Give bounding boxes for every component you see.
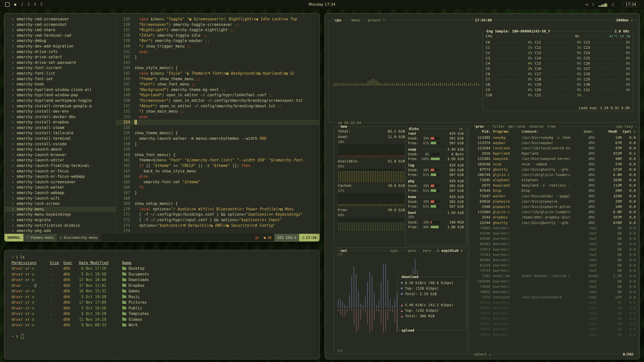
code-line[interactable]: 148 *Background*) omarchy-theme-bg-next … (116, 87, 319, 93)
proc-row[interactable]: 76574kworker/root0B0.0 (472, 332, 636, 337)
code-line[interactable]: 154} (116, 120, 319, 125)
proc-row[interactable]: 81310kworker/root0B0.0 (472, 263, 636, 268)
file-item[interactable]: ∗omarchy-lock-screen (5, 201, 116, 207)
file-item[interactable]: ∗omarchy-migrate (5, 217, 116, 223)
proc-row[interactable]: 87573ghostty/usr/bin/ghostty --gtk-dhh37… (472, 167, 636, 172)
workspace-indicator-icon[interactable] (14, 4, 16, 6)
proc-row[interactable]: 2506pipewire/usr/bin/pipewire-pulsedhh14… (472, 204, 636, 209)
file-item[interactable]: ∗omarchy-cmd-terminal-cwd (5, 33, 116, 38)
code-line[interactable]: 171 [ -f ~/.config/hypr/bindings.conf ] … (116, 212, 319, 217)
file-item[interactable]: ∗omarchy-launch-about (5, 147, 116, 152)
workspace-button[interactable]: 2 (21, 2, 23, 7)
tree-button[interactable]: tree (547, 124, 556, 128)
code-line[interactable]: 150 *Screensaver*) open_in_editor ~/.con… (116, 98, 319, 104)
code-line[interactable]: 164 else (116, 174, 319, 179)
proc-column-header[interactable]: Program: (493, 129, 519, 133)
btop-window[interactable]: ¹cpu menu preset * 17:34:00 - 2000ms + E… (325, 13, 640, 359)
workspace-button[interactable]: 4 (34, 2, 36, 7)
code-line[interactable]: 170 local options="♪ Audio\n≋ Wifi\nᛒ Bl… (116, 207, 319, 212)
proc-row[interactable]: 68586kworker/root0B0.0 (472, 236, 636, 241)
file-item[interactable]: ∗omarchy-drive-info (5, 49, 116, 55)
code-line[interactable]: 144show_style_menu() { (116, 65, 319, 71)
proc-row[interactable]: 63816pipewire/usr/bin/pipewiredhh25M0.0 (472, 199, 636, 204)
per-core-button[interactable]: per-core (508, 124, 525, 128)
code-line[interactable]: 167} (116, 190, 319, 196)
interval-minus-button[interactable]: - (612, 18, 614, 22)
proc-row[interactable]: 113404glycin-i/usr/lib/glycin-loadersdhh… (472, 209, 636, 215)
code-line[interactable]: 152 *) show_main_menu ;; (116, 109, 319, 114)
proc-row[interactable]: 73656kworker/root0B0.0 (472, 284, 636, 289)
file-item[interactable]: ∗omarchy-debug (5, 38, 116, 44)
code-line[interactable]: 169show_setup_menu() { (116, 201, 319, 207)
file-item[interactable]: ∗omarchy-launch-browser (5, 152, 116, 158)
code-line[interactable]: 147 *Font*) show_font_menu ;; (116, 82, 319, 87)
file-item[interactable]: ∗omarchy-install-tailscale (5, 130, 116, 136)
file-item[interactable]: ∗omarchy-launch-wifi (5, 196, 116, 201)
proc-row[interactable]: 87649btopbtopdhh26M0.0 (472, 188, 636, 193)
proc-row[interactable]: 102099kworker/root0B0.0 (472, 279, 636, 284)
proc-row[interactable]: 1162avahi-daavahi-daemon: running [avahi… (472, 273, 636, 279)
proc-row[interactable]: 1916HyprlandHyprlanddhh422M0.1 (472, 151, 636, 156)
file-item[interactable]: ∗omarchy-install-chromium-google-a (5, 104, 116, 109)
file-item[interactable]: ∗omarchy-dev-add-migration (5, 44, 116, 49)
file-item[interactable]: ∗omarchy-install-dev-env (5, 109, 116, 114)
code-line[interactable]: 158} (116, 142, 319, 147)
code-line[interactable]: 149 *Hyprland*) open_in_editor ~/.config… (116, 93, 319, 98)
proc-row[interactable]: 76375kworker/root0B0.0 (472, 310, 636, 316)
file-item[interactable]: ∗omarchy-hyprland-window-pop (5, 93, 116, 98)
logout-icon[interactable]: ⇥ (585, 2, 588, 7)
proc-row[interactable]: 12244ghostty/usr/bin/ghostty --gtk-dhh87… (472, 220, 636, 225)
code-line[interactable]: 172 [ -f ~/.config/hypr/input.conf ] && … (116, 217, 319, 223)
file-item[interactable]: ∗omarchy-hyprland-workspace-toggle (5, 98, 116, 104)
proc-row[interactable]: 79032kworker/root0B0.0 (472, 289, 636, 294)
proc-row[interactable]: 113383swayosd-/usr/bin/swayosd-serverdhh… (472, 156, 636, 161)
proc-row[interactable]: 71835elephantelephantdhh393M0.0 (472, 177, 636, 183)
file-item[interactable]: ∗omarchy-install-dropbox (5, 120, 116, 125)
topbar-clock[interactable]: Monday 17:34 (308, 2, 335, 7)
terminal-window[interactable]: ~ ❯ ls PermissionsSizeUserDate ModifiedN… (4, 250, 320, 359)
proc-row[interactable]: 68482kworker/root0B0.0 (472, 300, 636, 305)
scroll-up-icon[interactable]: ↑ (634, 129, 636, 133)
file-item[interactable]: ∗omarchy-menu (5, 207, 116, 212)
file-item[interactable]: ∗omarchy-cmd-screenshot (5, 22, 116, 28)
proc-row[interactable]: 79033kworker/root0B0.0 (472, 327, 636, 332)
file-item[interactable]: ∗omarchy-launch-screensaver (5, 179, 116, 185)
file-item[interactable]: ∗omarchy-launch-editor (5, 158, 116, 163)
workspace-1-icon[interactable] (5, 2, 10, 7)
code-line[interactable]: 155 (116, 125, 319, 131)
proc-column-header[interactable]: Command: (521, 129, 581, 133)
iface-next-button[interactable]: n (461, 249, 463, 253)
code-line[interactable]: 153 esac (116, 114, 319, 120)
clock-badge[interactable]: 17:34 (623, 2, 639, 7)
auto-button[interactable]: auto (406, 248, 417, 253)
file-item[interactable]: ∗omarchy-install-steam (5, 125, 116, 131)
file-item[interactable]: ∗omarchy-launch-floating-terminal- (5, 163, 116, 169)
file-item[interactable]: ∗omarchy-pkg-add (5, 228, 116, 234)
interval-plus-button[interactable]: + (631, 18, 633, 22)
proc-row[interactable]: 1275containe/usr/bin/containerdroot52M0.… (472, 295, 636, 300)
proc-row[interactable]: 2544dropbox/home/dhh/.dropbox-distdhh357… (472, 215, 636, 220)
file-item[interactable]: ∗omarchy-launch-or-focus (5, 169, 116, 174)
preset-button[interactable]: preset * (367, 18, 386, 22)
active-prompt[interactable]: ~ ❯ (12, 334, 312, 339)
file-item[interactable]: ∗omarchy-font-list (5, 71, 116, 76)
proc-row[interactable]: 76573kworker/root0B0.0 (472, 316, 636, 321)
code-line[interactable]: 142} (116, 55, 319, 60)
proc-row[interactable]: 2075XwaylandXwayland :1 -rootless -dhh11… (472, 183, 636, 188)
file-item[interactable]: ∗omarchy-font-set (5, 76, 116, 82)
proc-column-header[interactable]: MemB (603, 129, 617, 133)
file-item[interactable]: ∗omarchy-launch-or-focus-webapp (5, 174, 116, 179)
cpu-lazy-toggle[interactable]: cpu lazy (615, 124, 634, 129)
file-item[interactable]: ∗omarchy-hook (5, 82, 116, 87)
code-line[interactable]: 145 case $(menu "Style" "◐ Theme\n✎ Font… (116, 71, 319, 76)
file-item[interactable]: ∗omarchy-notification-dismiss (5, 223, 116, 229)
code-line[interactable]: 165 omarchy-font-set "$theme" (116, 179, 319, 185)
code-line[interactable]: 146 *Theme*) show_theme_menu ;; (116, 76, 319, 82)
menu-button[interactable]: menu (350, 18, 361, 22)
code-line[interactable]: 160show_font_menu() { (116, 152, 319, 158)
proc-row[interactable]: 102638nvimnvim --embed .dhh57M0.0 (472, 161, 636, 167)
proc-row[interactable]: 74733kworker/root0B0.0 (472, 268, 636, 273)
file-item[interactable]: ∗omarchy-hyprland-window-close-all (5, 87, 116, 93)
proc-row[interactable]: 106746glycin-i/usr/lib/glycin-loadersdhh… (472, 172, 636, 177)
editor-window[interactable]: ∗omarchy-cmd-screensaver∗omarchy-cmd-scr… (4, 13, 320, 242)
